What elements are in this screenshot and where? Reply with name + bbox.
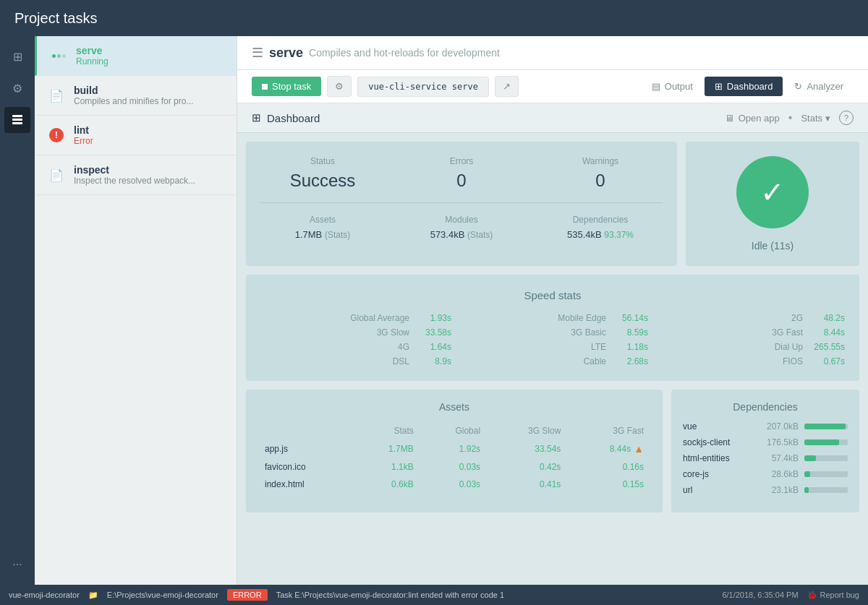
speed-section: Speed stats Global Average 1.93s 3G Slow… <box>246 275 859 381</box>
nav-tasks[interactable] <box>4 107 30 133</box>
task-name-build: build <box>74 85 225 96</box>
dot-separator: • <box>788 111 793 124</box>
speed-col-2: Mobile Edge 56.14s 3G Basic 8.59s LTE 1.… <box>457 313 648 366</box>
deps-suffix: 93.37% <box>604 230 634 240</box>
task-item-lint[interactable]: ! lint Error <box>35 116 237 155</box>
tab-dashboard[interactable]: ⊞ Dashboard <box>705 77 783 96</box>
dep-bar-vue <box>804 424 848 429</box>
analyzer-icon: ↻ <box>794 81 802 92</box>
stats-section: Status Success Errors 0 Warnings 0 <box>237 133 868 275</box>
modules-value: 573.4kB <box>430 229 465 240</box>
dep-row-url: url 23.1kB <box>683 485 848 495</box>
assets-panel: Assets Stats Global 3G Slow 3G Fast <box>246 390 663 512</box>
dashboard-grid-icon: ⊞ <box>252 111 261 124</box>
dep-name-url: url <box>683 485 753 495</box>
task-desc-inspect: Inspect the resolved webpack... <box>74 176 225 186</box>
nav-settings[interactable]: ⚙ <box>4 75 30 101</box>
asset-global-index: 0.03s <box>421 476 486 492</box>
dashboard-title: ⊞ Dashboard <box>252 111 320 124</box>
task-item-serve[interactable]: serve Running <box>35 36 237 76</box>
tab-dashboard-label: Dashboard <box>727 81 773 92</box>
speed-label-2g: 2G <box>791 313 803 323</box>
asset-global-favicon: 0.03s <box>421 459 486 475</box>
status-project: vue-emoji-decorator <box>9 591 80 599</box>
task-name-serve: serve <box>76 45 225 56</box>
stats-dropdown[interactable]: Stats ▾ <box>801 113 830 124</box>
stat-errors: Errors 0 <box>399 156 524 191</box>
stat-dependencies: Dependencies 535.4kB 93.37% <box>538 215 663 240</box>
asset-fast-favicon: 0.16s <box>568 459 650 475</box>
asset-stats-favicon: 1.1kB <box>354 459 420 475</box>
content-header: ☰ serve Compiles and hot-reloads for dev… <box>237 36 868 70</box>
dep-name-corejs: core-js <box>683 469 753 479</box>
speed-title: Speed stats <box>260 289 845 301</box>
table-row: index.html 0.6kB 0.03s 0.41s 0.15s <box>259 476 650 492</box>
asset-stats-index: 0.6kB <box>354 476 420 492</box>
report-bug-button[interactable]: 🐞 Report bug <box>807 591 859 600</box>
dashboard-main: ⊞ Dashboard 🖥 Open app • Stats ▾ ? <box>237 103 868 585</box>
asset-stats-appjs: 1.7MB <box>354 440 420 458</box>
speed-value-2g: 48.2s <box>809 313 845 323</box>
svg-rect-0 <box>12 115 22 117</box>
speed-value-3gslow: 33.58s <box>415 327 451 338</box>
tab-bar: ▤ Output ⊞ Dashboard ↻ Analyzer <box>642 77 854 96</box>
settings-button[interactable]: ⚙ <box>327 76 352 97</box>
stat-assets: Assets 1.7MB (Stats) <box>260 215 385 240</box>
dep-bar-url <box>804 487 848 493</box>
task-desc-build: Compiles and minifies for pro... <box>74 96 225 106</box>
speed-label-3gbasic: 3G Basic <box>571 327 606 338</box>
errors-value: 0 <box>399 171 524 191</box>
help-button[interactable]: ? <box>839 111 854 125</box>
folder-icon: 📁 <box>88 591 98 600</box>
dep-size-vue: 207.0kB <box>759 421 799 432</box>
tab-analyzer[interactable]: ↻ Analyzer <box>784 77 854 96</box>
speed-value-cable: 2.68s <box>612 356 648 366</box>
status-bar-left: vue-emoji-decorator 📁 E:\Projects\vue-em… <box>9 589 504 601</box>
dep-row-corejs: core-js 28.6kB <box>683 469 848 479</box>
errors-label: Errors <box>399 156 524 166</box>
task-desc-lint: Error <box>74 136 225 146</box>
dep-row-vue: vue 207.0kB <box>683 421 848 432</box>
speed-value-mobile-edge: 56.14s <box>612 313 648 323</box>
stat-warnings: Warnings 0 <box>538 156 663 191</box>
dep-bar-html-entities <box>804 455 848 461</box>
warnings-label: Warnings <box>538 156 663 166</box>
asset-global-appjs: 1.92s <box>421 440 486 458</box>
dep-name-html-entities: html-entities <box>683 453 753 463</box>
dep-size-sockjs: 176.5kB <box>759 437 799 447</box>
deps-panel: Dependencies vue 207.0kB sockjs-client 1… <box>671 390 859 512</box>
speed-col-3: 2G 48.2s 3G Fast 8.44s Dial Up 265.55s <box>654 313 845 366</box>
icon-bar: ⊞ ⚙ ··· <box>0 36 35 585</box>
speed-value-fios: 0.67s <box>809 356 845 366</box>
external-link-button[interactable]: ↗ <box>495 76 519 97</box>
speed-value-lte: 1.18s <box>612 342 648 352</box>
asset-slow-index: 0.41s <box>488 476 566 492</box>
col-global: Global <box>421 423 486 439</box>
tab-output[interactable]: ▤ Output <box>642 77 703 96</box>
assets-panel-title: Assets <box>258 401 651 413</box>
task-desc-serve: Running <box>76 56 225 66</box>
assets-value: 1.7MB <box>295 229 323 240</box>
col-stats: Stats <box>354 423 420 439</box>
status-path: E:\Projects\vue-emoji-decorator <box>107 591 218 599</box>
speed-label-3gfast: 3G Fast <box>772 327 803 338</box>
stat-status: Status Success <box>260 156 385 191</box>
open-app-button[interactable]: 🖥 Open app <box>725 113 780 124</box>
task-item-inspect[interactable]: 📄 inspect Inspect the resolved webpack..… <box>35 155 237 195</box>
nav-more[interactable]: ··· <box>4 552 30 578</box>
stop-task-button[interactable]: Stop task <box>252 77 321 96</box>
status-timestamp: 6/1/2018, 6:35:04 PM <box>722 591 798 599</box>
task-name-lint: lint <box>74 124 225 136</box>
tab-output-label: Output <box>665 81 693 92</box>
deps-panel-title: Dependencies <box>683 401 848 413</box>
asset-fast-appjs: 8.44s ▲ <box>568 440 650 458</box>
task-list: serve Running 📄 build Compiles and minif… <box>35 36 237 585</box>
task-name-inspect: inspect <box>74 164 225 176</box>
task-item-build[interactable]: 📄 build Compiles and minifies for pro... <box>35 76 237 116</box>
asset-slow-favicon: 0.42s <box>488 459 566 475</box>
nav-grid[interactable]: ⊞ <box>4 43 30 69</box>
speed-value-dsl: 8.9s <box>415 356 451 366</box>
status-error-badge: ERROR <box>227 589 268 601</box>
deps-value: 535.4kB <box>567 229 602 240</box>
task-header-icon: ☰ <box>252 45 263 61</box>
